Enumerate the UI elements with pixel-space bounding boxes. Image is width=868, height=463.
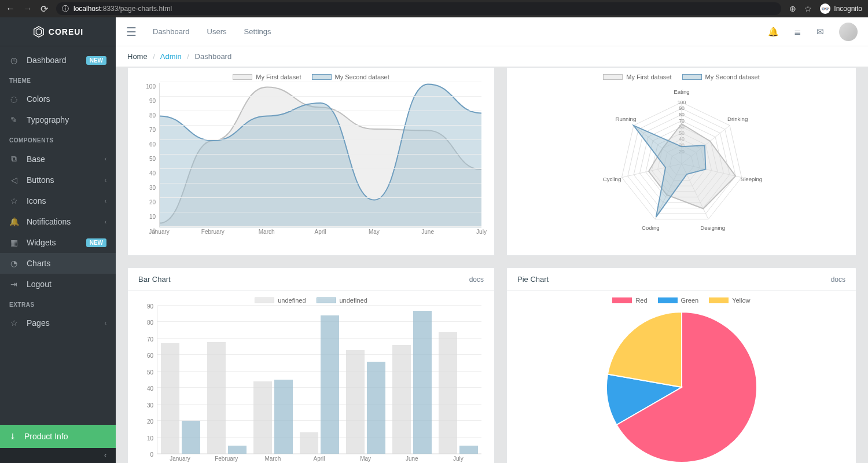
- chevron-left-icon: ‹: [105, 156, 106, 162]
- speedometer-icon: ◷: [9, 56, 19, 65]
- sidebar-item-label: Icons: [27, 196, 46, 205]
- legend-swatch: [709, 297, 729, 303]
- forward-icon[interactable]: →: [23, 3, 32, 14]
- url-path: /page-charts.html: [118, 5, 172, 13]
- sidebar-item-logout[interactable]: ⇥ Logout: [0, 274, 116, 295]
- sidebar-item-pages[interactable]: ☆ Pages ‹: [0, 313, 116, 333]
- legend-swatch: [612, 297, 632, 303]
- list-icon[interactable]: ≣: [794, 27, 801, 37]
- sidebar-title-components: COMPONENTS: [0, 130, 116, 148]
- legend-item[interactable]: My First dataset: [233, 74, 301, 80]
- svg-text:Coding: Coding: [642, 225, 660, 231]
- docs-link[interactable]: docs: [831, 275, 845, 284]
- legend-item[interactable]: My Second dataset: [312, 74, 389, 80]
- sidebar-nav: ◷ Dashboard NEW THEME ◌ Colors ✎ Typogra…: [0, 46, 116, 425]
- svg-text:90: 90: [679, 105, 685, 111]
- topnav-settings[interactable]: Settings: [244, 27, 271, 36]
- sidebar-item-label: Widgets: [27, 238, 56, 247]
- browser-chrome: ← → ⟳ ⓘ localhost:8333/page-charts.html …: [0, 0, 868, 17]
- back-icon[interactable]: ←: [6, 3, 15, 14]
- avatar[interactable]: [839, 23, 858, 41]
- breadcrumb-admin[interactable]: Admin: [160, 52, 182, 61]
- envelope-icon[interactable]: ✉: [816, 27, 824, 37]
- menu-toggle-icon[interactable]: ☰: [126, 25, 137, 39]
- address-bar[interactable]: ⓘ localhost:8333/page-charts.html: [56, 2, 781, 15]
- sidebar: COREUI ◷ Dashboard NEW THEME ◌ Colors ✎ …: [0, 17, 116, 463]
- card-bar-chart: Bar Chart docs undefined undefined 01020…: [127, 267, 495, 463]
- puzzle-icon: ⧉: [9, 154, 19, 164]
- legend-item[interactable]: undefined: [317, 297, 367, 304]
- sidebar-item-label: Buttons: [27, 175, 54, 185]
- reload-icon[interactable]: ⟳: [41, 3, 48, 14]
- svg-text:Eating: Eating: [674, 89, 689, 95]
- legend-item[interactable]: Green: [658, 297, 699, 304]
- svg-marker-0: [34, 26, 44, 36]
- legend-item[interactable]: My Second dataset: [682, 74, 760, 80]
- svg-text:Sleeping: Sleeping: [740, 176, 762, 182]
- card-line-chart: My First dataset My Second dataset 01020…: [127, 67, 495, 256]
- sidebar-item-widgets[interactable]: ▦ Widgets NEW: [0, 232, 116, 253]
- info-icon: ⓘ: [62, 4, 69, 14]
- star-icon: ☆: [9, 196, 19, 205]
- topnav-dashboard[interactable]: Dashboard: [153, 27, 190, 36]
- zoom-icon[interactable]: ⊕: [789, 4, 796, 13]
- chevron-left-icon: ‹: [104, 451, 106, 460]
- topbar: ☰ Dashboard Users Settings 🔔 ≣ ✉: [116, 17, 868, 46]
- sidebar-item-notifications[interactable]: 🔔 Notifications ‹: [0, 211, 116, 232]
- legend-item[interactable]: undefined: [255, 297, 306, 304]
- legend-item[interactable]: Yellow: [709, 297, 750, 304]
- badge-new: NEW: [86, 56, 106, 65]
- sidebar-item-icons[interactable]: ☆ Icons ‹: [0, 190, 116, 211]
- brand-icon: [32, 25, 45, 38]
- chevron-left-icon: ‹: [105, 320, 106, 326]
- sidebar-title-extras: EXTRAS: [0, 295, 116, 313]
- legend-swatch: [658, 297, 678, 303]
- legend-swatch: [317, 297, 336, 303]
- sidebar-item-label: Typography: [27, 115, 69, 124]
- sidebar-item-base[interactable]: ⧉ Base ‹: [0, 148, 116, 170]
- url-port: :8333: [101, 5, 118, 13]
- chevron-left-icon: ‹: [105, 177, 106, 183]
- sidebar-item-label: Pages: [27, 318, 50, 328]
- bell-icon[interactable]: 🔔: [768, 27, 779, 37]
- piechart-icon: ◔: [9, 259, 19, 268]
- sidebar-item-buttons[interactable]: ◁ Buttons ‹: [0, 170, 116, 190]
- main: ☰ Dashboard Users Settings 🔔 ≣ ✉ Home / …: [116, 17, 868, 463]
- sidebar-item-colors[interactable]: ◌ Colors: [0, 89, 116, 109]
- card-radar-chart: My First dataset My Second dataset Eatin…: [506, 67, 856, 256]
- radar-chart: EatingDrinkingSleepingDesigningCodingCyc…: [517, 83, 845, 245]
- star-icon: ☆: [9, 318, 19, 328]
- docs-link[interactable]: docs: [469, 275, 484, 284]
- sidebar-item-product-info[interactable]: ⤓ Product Info: [0, 425, 116, 448]
- svg-text:Running: Running: [615, 116, 636, 122]
- card-header: Bar Chart docs: [128, 268, 494, 291]
- legend-swatch: [233, 74, 252, 80]
- legend-item[interactable]: My First dataset: [603, 74, 671, 80]
- brand-logo[interactable]: COREUI: [0, 17, 116, 46]
- svg-text:Drinking: Drinking: [727, 116, 747, 122]
- logout-icon: ⇥: [9, 280, 19, 289]
- topnav-users[interactable]: Users: [207, 27, 227, 36]
- legend-swatch: [255, 297, 274, 303]
- breadcrumb-home[interactable]: Home: [127, 52, 148, 61]
- breadcrumb-current: Dashboard: [195, 52, 232, 61]
- sidebar-item-dashboard[interactable]: ◷ Dashboard NEW: [0, 50, 116, 71]
- sidebar-item-label: Notifications: [27, 217, 71, 226]
- incognito-badge: 👓 Incognito: [820, 3, 862, 14]
- chevron-left-icon: ‹: [105, 219, 106, 225]
- pencil-icon: ✎: [9, 115, 19, 124]
- star-icon[interactable]: ☆: [804, 4, 812, 13]
- legend-item[interactable]: Red: [612, 297, 647, 304]
- svg-marker-1: [36, 28, 41, 35]
- sidebar-item-typography[interactable]: ✎ Typography: [0, 109, 116, 130]
- card-title: Pie Chart: [517, 275, 549, 284]
- sidebar-minimizer[interactable]: ‹: [0, 448, 116, 463]
- card-pie-chart: Pie Chart docs RedGreenYellow: [506, 267, 856, 463]
- content: My First dataset My Second dataset 01020…: [116, 67, 868, 463]
- sidebar-item-charts[interactable]: ◔ Charts: [0, 253, 116, 274]
- badge-new: NEW: [86, 238, 106, 247]
- sidebar-item-label: Product Info: [24, 432, 68, 441]
- sidebar-item-label: Charts: [27, 259, 50, 268]
- download-icon: ⤓: [9, 432, 16, 441]
- svg-text:100: 100: [677, 100, 686, 105]
